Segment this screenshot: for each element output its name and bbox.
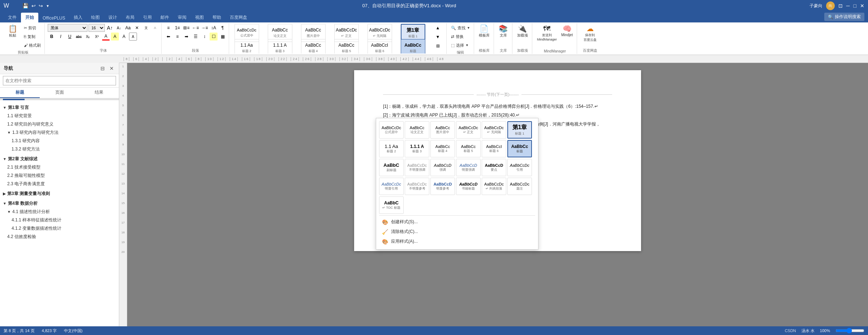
- tab-view[interactable]: 视图: [191, 13, 208, 22]
- style-heading2[interactable]: 1.1 Aa 标题 2: [235, 39, 259, 54]
- bullet-list-btn[interactable]: ≡: [164, 24, 172, 32]
- sp-subtle-em[interactable]: AaBbCcDc 不明显强调: [405, 159, 429, 176]
- window-minimize-btn[interactable]: ─: [846, 3, 850, 9]
- sp-maintext[interactable]: AaBbCcDc ↵ 正文: [456, 121, 481, 139]
- font-size-select[interactable]: 16: [89, 24, 105, 32]
- sp-toc[interactable]: AaBbC ↵ TOC 标题: [379, 196, 404, 214]
- sp-book-title[interactable]: AaBbCcD 书籍标题: [456, 178, 481, 195]
- sort-btn[interactable]: ↕A: [210, 24, 218, 32]
- tab-layout[interactable]: 布局: [121, 13, 139, 22]
- sp-strong[interactable]: AaBbCcD 要点: [482, 159, 506, 176]
- cut-button[interactable]: ✂ 剪切: [22, 24, 42, 32]
- nav-item-22[interactable]: 2.2 推敲可能性模型: [0, 171, 119, 180]
- char-border-btn[interactable]: A: [129, 33, 137, 41]
- justify-btn[interactable]: ☰: [192, 33, 199, 41]
- nav-collapse-btn[interactable]: ⊟: [99, 65, 106, 72]
- save-qat-btn[interactable]: 💾: [22, 2, 29, 9]
- save-baidu-button[interactable]: ☁ 保存到百度云盘: [580, 24, 600, 43]
- style-heading6[interactable]: AaBbCcI 标题 6: [368, 39, 392, 54]
- font-name-select[interactable]: 黑体: [48, 24, 87, 32]
- nav-item-ch3[interactable]: ▶ 第3章 测量变量与准则: [0, 190, 119, 198]
- char-shading-btn[interactable]: A: [120, 33, 128, 41]
- doc-area[interactable]: 1234567891011121314151617181920 ------- …: [119, 63, 868, 334]
- style-heading[interactable]: AaBbCc 标题: [401, 39, 425, 54]
- mindmanager-button[interactable]: 🗺 发送到MindManager: [535, 24, 559, 42]
- align-left-btn[interactable]: ⬅: [164, 33, 172, 41]
- style-heading3[interactable]: 1.1.1 A 标题 3: [268, 39, 292, 54]
- find-button[interactable]: 🔍 查找 ▼: [450, 24, 472, 32]
- styles-scroll-down-btn[interactable]: ▼: [434, 33, 442, 41]
- shrink-font-btn[interactable]: A↓: [115, 24, 123, 32]
- nav-tab-headings[interactable]: 标题: [0, 88, 40, 98]
- select-button[interactable]: ⬚ 选择 ▼: [450, 41, 470, 49]
- zoom-slider[interactable]: [835, 328, 864, 333]
- nav-item-42[interactable]: 4.2 信效度检验: [0, 233, 119, 241]
- window-layout-btn[interactable]: ⊡: [838, 3, 843, 9]
- underline-btn[interactable]: U: [66, 33, 74, 41]
- sp-h4[interactable]: AaBbCc 标题 4: [430, 140, 455, 157]
- sp-subtle-ref[interactable]: AaBbCcDc 不明显参考: [405, 178, 429, 195]
- nav-item-12[interactable]: 1.2 研究目的与研究意义: [0, 120, 119, 128]
- align-center-btn[interactable]: ≡: [173, 33, 181, 41]
- nav-close-btn[interactable]: ✕: [108, 65, 115, 72]
- tab-insert[interactable]: 插入: [69, 13, 87, 22]
- sp-picenter[interactable]: AaBbCc 图片居中: [430, 121, 455, 139]
- sp-subtitle[interactable]: AaBbC 副标题: [379, 159, 404, 176]
- nav-item-13[interactable]: ▼ 1.3 研究内容与研究方法: [0, 128, 119, 137]
- font-color-btn[interactable]: A: [102, 33, 110, 41]
- nav-item-412[interactable]: 4.1.2 变量数据描述性统计: [0, 224, 119, 233]
- sp-h2[interactable]: 1.1 Aa 标题 2: [379, 140, 404, 157]
- tab-review[interactable]: 审阅: [173, 13, 191, 22]
- increase-indent-btn[interactable]: →≡: [201, 24, 209, 32]
- sp-nospace[interactable]: AaBbCcDc ↵ 无间隔: [482, 121, 506, 139]
- align-right-btn[interactable]: ➡: [182, 33, 190, 41]
- pinyin-btn[interactable]: A: [151, 24, 159, 32]
- italic-btn[interactable]: I: [57, 33, 65, 41]
- create-style-menu-item[interactable]: 🎨 创建样式(S)...: [379, 217, 535, 227]
- addins-button[interactable]: 🔌 加载项: [515, 24, 530, 39]
- redo-qat-btn[interactable]: ↪: [38, 2, 44, 9]
- format-painter-button[interactable]: 🖌 格式刷: [22, 41, 42, 49]
- apply-style-menu-item[interactable]: 🎨 应用样式(A)...: [379, 237, 535, 246]
- strikethrough-btn[interactable]: abc: [75, 33, 83, 41]
- sp-em[interactable]: AaBbCcD 强调: [430, 159, 455, 176]
- sp-intense-em[interactable]: AaBbCcD 明显强调: [456, 159, 481, 176]
- sp-h5[interactable]: AaBbCc 标题 5: [456, 140, 481, 157]
- sp-h3[interactable]: 1.1.1 A 标题 3: [405, 140, 429, 157]
- nav-item-11[interactable]: 1.1 研究背景: [0, 112, 119, 120]
- styles-expand-btn[interactable]: ⊞: [434, 42, 442, 50]
- nav-item-131[interactable]: 1.3.1 研究内容: [0, 137, 119, 145]
- replace-button[interactable]: ⇄ 替换: [450, 33, 465, 41]
- subscript-btn[interactable]: X₂: [84, 33, 92, 41]
- template-library-button[interactable]: 📄 模板库: [477, 24, 491, 39]
- copy-button[interactable]: ⎘ 复制: [22, 33, 42, 41]
- tab-home[interactable]: 开始: [21, 13, 38, 22]
- sp-heading[interactable]: AaBbCc 标题: [507, 140, 532, 157]
- border-btn[interactable]: ▦: [219, 33, 227, 41]
- mindjet-button[interactable]: 🧠 Mindjet: [559, 24, 575, 38]
- sp-body[interactable]: AaBbCc 论文正文: [405, 121, 429, 139]
- tab-mailings[interactable]: 邮件: [156, 13, 173, 22]
- nav-tab-pages[interactable]: 页面: [40, 88, 80, 98]
- clear-format-btn[interactable]: ✕: [133, 24, 141, 32]
- tab-baidudisk[interactable]: 百度网盘: [225, 13, 252, 22]
- sp-caption[interactable]: AaBbCcDc 题注: [507, 178, 532, 195]
- style-heading5[interactable]: AaBbCc 标题 5: [334, 39, 359, 54]
- customize-qat-btn[interactable]: ▼: [45, 3, 50, 9]
- sp-normal[interactable]: AaBbCcDc 公式居中: [379, 121, 404, 139]
- nav-item-21[interactable]: 2.1 技术接受模型: [0, 163, 119, 171]
- decrease-indent-btn[interactable]: ←≡: [192, 24, 199, 32]
- wenku-button[interactable]: 📚 文库: [497, 24, 510, 39]
- nav-item-41[interactable]: ▼ 4.1 描述性统计分析: [0, 208, 119, 216]
- nav-item-132[interactable]: 1.3.2 研究方法: [0, 145, 119, 153]
- nav-item-ch2[interactable]: ▼ 第2章 文献综述: [0, 155, 119, 163]
- wubi-btn[interactable]: 文: [142, 24, 150, 32]
- sp-h6[interactable]: AaBbCcI 标题 6: [482, 140, 506, 157]
- clear-format-menu-item[interactable]: 🧹 清除格式(C)...: [379, 227, 535, 237]
- tab-officeplus[interactable]: OfficePLUS: [38, 14, 69, 22]
- font-case-btn[interactable]: Aa: [124, 24, 132, 32]
- style-heading4[interactable]: AaBbCc 标题 4: [301, 39, 326, 54]
- undo-qat-btn[interactable]: ↩: [31, 2, 36, 9]
- window-maximize-btn[interactable]: □: [854, 3, 856, 9]
- tab-file[interactable]: 文件: [4, 13, 21, 22]
